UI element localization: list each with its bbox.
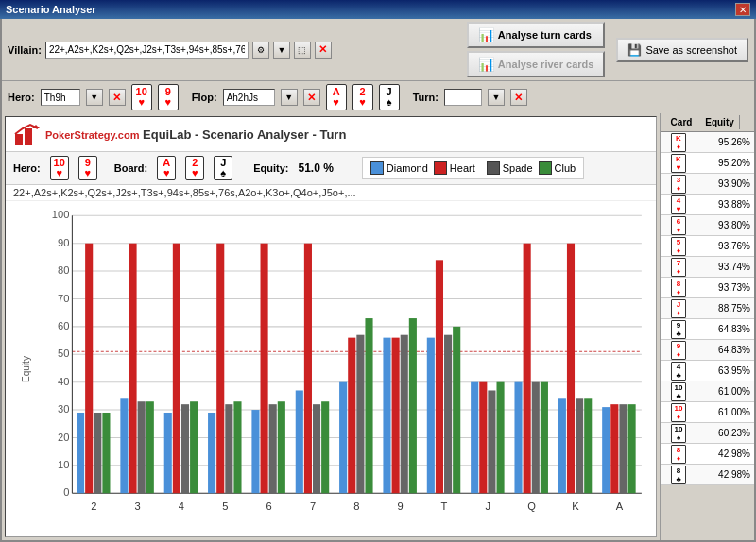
diamond-label: Diamond xyxy=(387,162,428,174)
equity-table-row: 8♦93.73% xyxy=(661,278,754,298)
chart-area: Equity 010203040506070809010023456789TJQ… xyxy=(6,201,656,536)
svg-rect-1 xyxy=(25,128,32,145)
equity-table-panel: Card Equity K♦95.26%K♥95.20%3♦93.90%4♥93… xyxy=(660,113,754,540)
svg-rect-57 xyxy=(348,338,355,494)
info-equity-value: 51.0 % xyxy=(298,161,333,175)
svg-rect-82 xyxy=(567,244,575,494)
hero-hand-input[interactable] xyxy=(41,89,80,106)
scrollbar-header xyxy=(739,115,752,129)
svg-rect-31 xyxy=(120,398,128,493)
diamond-legend: Diamond xyxy=(370,161,428,175)
flop-btn1[interactable]: ▼ xyxy=(281,89,298,106)
equity-table-row: 7♦93.74% xyxy=(661,257,754,278)
info-board-label: Board: xyxy=(114,162,147,174)
card-pip: 5♦ xyxy=(671,237,686,256)
svg-rect-86 xyxy=(602,407,610,493)
info-board-card2: 2♥ xyxy=(185,156,204,180)
svg-text:K: K xyxy=(572,500,579,512)
hero-clear-btn[interactable]: ✕ xyxy=(109,89,126,106)
svg-text:4: 4 xyxy=(179,500,184,512)
villain-row: Villain: ⚙ ▼ ⬚ ✕ xyxy=(8,42,461,59)
svg-text:6: 6 xyxy=(266,500,272,512)
villain-range-btn2[interactable]: ▼ xyxy=(273,42,290,59)
svg-rect-72 xyxy=(479,382,487,494)
flop-input[interactable] xyxy=(223,89,275,106)
card-pip: 4♣ xyxy=(671,362,686,381)
equity-table-row: J♦88.75% xyxy=(661,298,754,319)
svg-rect-43 xyxy=(225,404,232,493)
equity-value-cell: 42.98% xyxy=(696,469,754,480)
equity-table-row: 4♥93.88% xyxy=(661,195,754,215)
svg-text:8: 8 xyxy=(353,500,359,512)
equity-table-row: 4♣63.95% xyxy=(661,361,754,381)
card-pip: K♥ xyxy=(671,154,686,173)
equity-table-header: Card Equity xyxy=(661,113,754,132)
svg-text:10: 10 xyxy=(58,459,69,470)
save-screenshot-button[interactable]: 💾 Save as screenshot xyxy=(616,38,748,62)
svg-text:T: T xyxy=(441,500,448,512)
equity-card-cell: 8♣ xyxy=(661,465,696,485)
svg-text:90: 90 xyxy=(58,237,69,248)
villain-range-btn3[interactable]: ⬚ xyxy=(294,42,311,59)
hero-label: Hero: xyxy=(8,92,35,103)
svg-text:80: 80 xyxy=(58,264,69,276)
card-pip: 8♣ xyxy=(671,466,686,484)
analyse-turn-button[interactable]: 📊 Analyse turn cards xyxy=(467,22,606,48)
card-pip: K♦ xyxy=(671,133,686,152)
equity-value-cell: 42.98% xyxy=(696,449,754,459)
svg-rect-71 xyxy=(471,382,478,494)
flop-clear-btn[interactable]: ✕ xyxy=(303,89,320,106)
equity-table-row: 3♦93.90% xyxy=(661,174,754,195)
y-axis-label: Equity xyxy=(21,356,31,382)
svg-rect-74 xyxy=(496,382,504,494)
svg-rect-53 xyxy=(313,404,320,493)
equity-table-row: 10♣61.00% xyxy=(661,381,754,402)
svg-text:20: 20 xyxy=(58,431,69,442)
svg-rect-78 xyxy=(532,382,540,494)
svg-rect-88 xyxy=(619,404,627,493)
svg-rect-26 xyxy=(77,413,84,493)
equity-value-cell: 64.83% xyxy=(696,345,754,355)
turn-input[interactable] xyxy=(444,89,482,106)
svg-rect-33 xyxy=(138,401,146,493)
villain-clear-btn[interactable]: ✕ xyxy=(315,42,332,59)
equity-table-row: K♦95.26% xyxy=(661,132,754,153)
svg-rect-0 xyxy=(15,134,23,145)
villain-range-input[interactable] xyxy=(45,42,249,59)
svg-rect-73 xyxy=(488,390,495,493)
card-pip: J♦ xyxy=(671,299,686,318)
svg-rect-42 xyxy=(216,244,224,494)
card-pip: 10♣ xyxy=(671,382,686,401)
close-button[interactable]: ✕ xyxy=(735,3,750,16)
suit-legend: Diamond Heart Spade Club xyxy=(362,157,584,179)
equity-value-cell: 61.00% xyxy=(696,386,754,397)
card-pip: 9♦ xyxy=(671,341,686,360)
info-board-card1: A♥ xyxy=(157,156,176,180)
analyse-river-button[interactable]: 📊 Analyse river cards xyxy=(467,51,606,77)
svg-text:30: 30 xyxy=(58,403,69,415)
spade-color-box xyxy=(487,161,500,175)
equity-table-row: 8♦42.98% xyxy=(661,444,754,465)
equilab-info-bar: Hero: 10♥ 9♥ Board: A♥ 2♥ J♠ Equity: xyxy=(6,152,656,185)
svg-rect-84 xyxy=(584,398,592,493)
villain-range-display: 22+,A2s+,K2s+,Q2s+,J2s+,T3s+,94s+,85s+,7… xyxy=(13,187,356,198)
turn-clear-btn[interactable]: ✕ xyxy=(510,89,527,106)
equity-table-row: 5♦93.76% xyxy=(661,236,754,257)
hero-btn1[interactable]: ▼ xyxy=(86,89,103,106)
svg-rect-64 xyxy=(409,318,417,493)
turn-btn1[interactable]: ▼ xyxy=(488,89,505,106)
club-color-box xyxy=(539,161,552,175)
equity-table-body[interactable]: K♦95.26%K♥95.20%3♦93.90%4♥93.88%6♦93.80%… xyxy=(661,132,754,540)
equity-card-cell: 8♦ xyxy=(661,278,696,298)
svg-rect-41 xyxy=(208,413,215,493)
card-pip: 8♦ xyxy=(671,445,686,464)
equity-value-cell: 61.00% xyxy=(696,407,754,417)
col-card-header: Card xyxy=(662,115,700,129)
equity-value-cell: 95.26% xyxy=(696,137,754,147)
board-card-3: J♠ xyxy=(379,84,400,110)
title-bar: Scenario Analyser ✕ xyxy=(0,0,756,19)
equity-card-cell: 8♦ xyxy=(661,444,696,465)
villain-range-btn1[interactable]: ⚙ xyxy=(252,42,269,59)
info-hero-card1: 10♥ xyxy=(50,156,69,180)
bar-chart: 010203040506070809010023456789TJQKA xyxy=(43,206,651,517)
